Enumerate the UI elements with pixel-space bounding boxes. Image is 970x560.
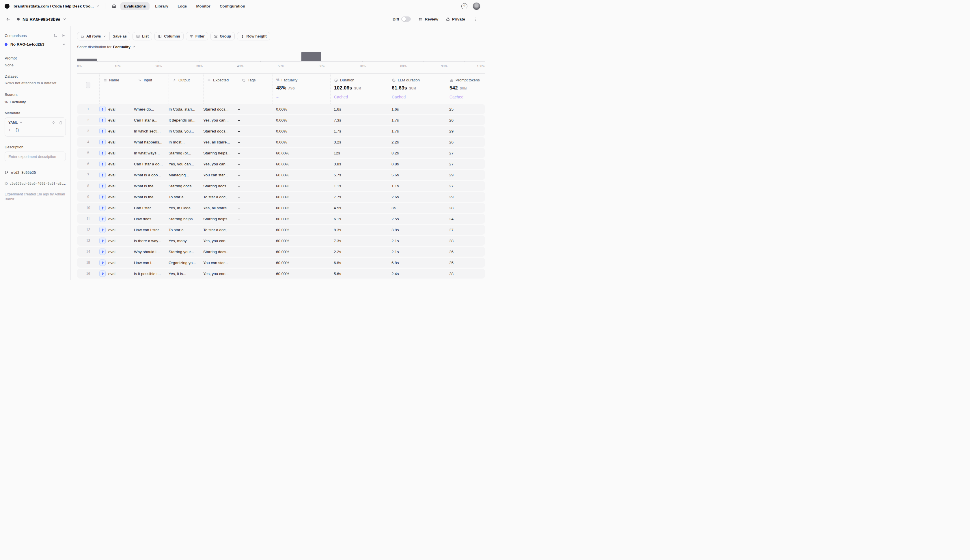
sort-icon[interactable] <box>53 33 57 38</box>
diff-toggle[interactable] <box>401 17 411 22</box>
help-icon[interactable]: ? <box>461 3 467 9</box>
cell-expected: You can star... <box>203 261 238 265</box>
home-icon[interactable] <box>110 2 118 10</box>
table-row[interactable]: 16evalIs it possible t...Yes, it is...Ye… <box>77 269 485 278</box>
histogram-bar[interactable] <box>302 52 321 61</box>
tab-logs[interactable]: Logs <box>174 2 190 10</box>
kebab-icon[interactable] <box>473 16 479 23</box>
column-header-name[interactable]: Name <box>99 73 134 103</box>
chevron-down-icon[interactable] <box>19 121 23 124</box>
cell-llm-duration: 6.8s <box>388 261 446 265</box>
axis-tick-label: 10% <box>115 64 121 68</box>
span-name: eval <box>108 239 115 243</box>
collapse-panel-icon[interactable] <box>62 33 66 38</box>
group-button[interactable]: Group <box>210 32 235 40</box>
experiment-name[interactable]: No RAG-99b43b9e <box>23 17 60 22</box>
chevron-down-icon[interactable] <box>63 17 67 21</box>
span-name: eval <box>108 206 115 210</box>
table-row[interactable]: 6evalCan I star a do...Yes, you can...Ye… <box>77 159 485 169</box>
scorer-item[interactable]: % Factuality <box>5 100 66 104</box>
project-breadcrumb[interactable]: braintrustdata.com / Coda Help Desk Coo.… <box>13 4 94 8</box>
fold-icon[interactable] <box>52 121 55 125</box>
column-header-output[interactable]: Output <box>168 73 203 103</box>
back-arrow-icon[interactable] <box>4 15 12 23</box>
tab-monitor[interactable]: Monitor <box>192 2 214 10</box>
cell-duration: 6.8s <box>330 261 388 265</box>
comparison-name: No RAG-1e4cd2b3 <box>10 42 45 47</box>
column-header-factuality[interactable]: % Factuality 48% AVG – <box>273 73 330 103</box>
column-header-llm-duration[interactable]: LLM duration 61.63s SUM Cached <box>388 73 446 103</box>
column-header-prompt-tokens[interactable]: Prompt tokens 542 SUM Cached <box>446 73 485 103</box>
cell-prompt-tokens: 27 <box>446 184 485 188</box>
cell-tags: – <box>238 239 273 243</box>
comparison-item[interactable]: No RAG-1e4cd2b3 <box>5 42 66 47</box>
table-row[interactable]: 3evalIn which secti...In Coda, you...Sta… <box>77 126 485 136</box>
all-rows-button[interactable]: All rows <box>77 32 109 40</box>
cell-factuality: 60.00% <box>273 173 330 177</box>
tab-evaluations[interactable]: Evaluations <box>120 2 150 10</box>
table-row[interactable]: 10evalCan I star...Yes, in Coda...Yes, a… <box>77 203 485 213</box>
filter-button[interactable]: Filter <box>186 32 208 40</box>
row-number: 15 <box>77 261 99 265</box>
factuality-summary-value: 48% <box>276 85 287 91</box>
score-distribution-select[interactable]: Score distribution for Factuality <box>77 45 485 49</box>
list-button[interactable]: List <box>133 32 152 40</box>
table-row[interactable]: 14evalWhy should I...Starring your...Sta… <box>77 247 485 257</box>
chevron-down-icon[interactable] <box>96 4 100 8</box>
sidebar: Comparisons No RAG-1e4cd2b3 Prompt None … <box>0 26 71 280</box>
avatar[interactable] <box>473 2 480 10</box>
metadata-language-select[interactable]: YAML <box>8 121 18 125</box>
histogram-bar[interactable] <box>77 58 97 61</box>
cell-input: Can I star a... <box>134 118 168 122</box>
score-distribution-scorer: Factuality <box>113 45 130 49</box>
select-all-checkbox[interactable] <box>86 82 90 88</box>
table-row[interactable]: 5evalIn what ways...Starring (or...Starr… <box>77 148 485 158</box>
cell-llm-duration: 2.1s <box>388 239 446 243</box>
table-row[interactable]: 12evalHow can I star...To star a...To st… <box>77 225 485 235</box>
save-as-button[interactable]: Save as <box>109 32 130 40</box>
output-arrow-icon <box>172 78 177 82</box>
span-name: eval <box>108 140 115 144</box>
table-row[interactable]: 8evalWhat is the...Starring docs ...Star… <box>77 181 485 191</box>
cell-name: eval <box>99 238 134 244</box>
chevron-down-icon[interactable] <box>62 42 66 46</box>
review-button[interactable]: Review <box>418 17 438 22</box>
column-header-tags[interactable]: Tags <box>238 73 273 103</box>
column-header-input[interactable]: Input <box>134 73 168 103</box>
cell-output: Organizing yo... <box>168 261 203 265</box>
tag-icon <box>242 78 246 82</box>
bolt-icon <box>99 183 106 189</box>
score-histogram[interactable] <box>77 52 485 61</box>
table-row[interactable]: 2evalCan I star a...It depends on...Yes,… <box>77 115 485 125</box>
columns-button[interactable]: Columns <box>155 32 183 40</box>
table-row[interactable]: 15evalHow can I...Organizing yo...You ca… <box>77 258 485 268</box>
cell-duration: 12s <box>330 151 388 155</box>
tab-configuration[interactable]: Configuration <box>216 2 249 10</box>
review-checklist-icon <box>418 17 423 22</box>
cell-duration: 7.3s <box>330 239 388 243</box>
bolt-icon <box>99 270 106 277</box>
partial-next-row <box>77 280 485 280</box>
privacy-button[interactable]: Private <box>446 17 465 22</box>
hamburger-icon <box>103 78 107 82</box>
tab-library[interactable]: Library <box>151 2 172 10</box>
table-row[interactable]: 7evalWhat is a goo...Managing...You can … <box>77 170 485 180</box>
experiment-id-row[interactable]: ID c5e639ad-65a6-4692-9a5f-e2c… <box>5 182 66 186</box>
cell-input: Where do... <box>134 107 168 112</box>
table-row[interactable]: 4evalWhat happens...In most...Yes, all s… <box>77 137 485 147</box>
metadata-code[interactable]: {} <box>15 128 19 132</box>
table-row[interactable]: 13evalIs there a way...Yes, many...Yes, … <box>77 236 485 246</box>
git-ref[interactable]: old2 8d65b35 <box>5 171 66 175</box>
column-header-duration[interactable]: Duration 102.06s SUM Cached <box>330 73 388 103</box>
column-header-expected[interactable]: Expected <box>203 73 238 103</box>
cell-tags: – <box>238 228 273 232</box>
description-input[interactable] <box>5 152 66 162</box>
experiment-status-dot <box>17 18 20 20</box>
table-row[interactable]: 9evalWhat is the...To star a...To star a… <box>77 192 485 202</box>
cell-duration: 3.2s <box>330 140 388 144</box>
cell-tags: – <box>238 162 273 166</box>
table-row[interactable]: 1evalWhere do...In Coda, starr...Starred… <box>77 104 485 114</box>
clipboard-icon[interactable] <box>59 121 63 125</box>
table-row[interactable]: 11evalHow does...Starring helps...Starri… <box>77 214 485 224</box>
row-height-button[interactable]: Row height <box>237 32 270 40</box>
